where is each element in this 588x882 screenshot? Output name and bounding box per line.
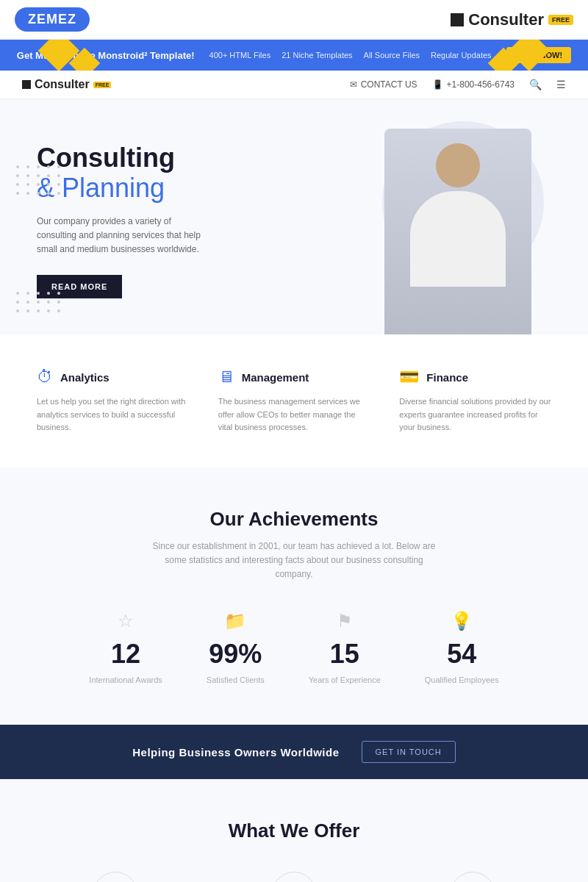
offer-market-analysis: ⚡ Market Analysis This service helps you…	[37, 872, 193, 882]
management-desc: The business management services we offe…	[218, 395, 370, 434]
finance-desc: Diverse financial solutions provided by …	[399, 395, 551, 434]
consultations-icon-circle: 💬	[451, 872, 495, 882]
stat4: Regular Updates	[431, 51, 492, 60]
person-body	[410, 191, 506, 287]
experience-number: 15	[309, 639, 381, 670]
top-bar: ZEMEZ Consulter FREE	[0, 0, 588, 40]
phone-number[interactable]: 📱 +1-800-456-6743	[432, 79, 514, 90]
dots-decoration-left-bottom	[16, 292, 62, 312]
search-icon[interactable]: 🔍	[529, 79, 542, 90]
stat-clients: 📁 99% Satisfied Clients	[207, 611, 265, 684]
achievements-section: Our Achievements Since our establishment…	[0, 467, 588, 725]
hero-title: Consulting & Planning	[37, 143, 298, 204]
flag-icon: ⚑	[309, 611, 381, 631]
free-badge-top: FREE	[548, 15, 573, 25]
consulter-logo-top: Consulter FREE	[451, 10, 573, 29]
stat2: 21 Niche Templates	[282, 51, 352, 60]
person-silhouette	[384, 129, 531, 334]
market-analysis-icon-circle: ⚡	[93, 872, 137, 882]
nav-right: ✉ CONTACT US 📱 +1-800-456-6743 🔍 ☰	[350, 79, 566, 90]
cta-text: Helping Business Owners Worldwide	[132, 746, 339, 759]
stats-row: ☆ 12 International Awards 📁 99% Satisfie…	[37, 611, 551, 684]
employees-number: 54	[425, 639, 499, 670]
nav-square-icon	[22, 80, 31, 89]
management-icon: 🖥	[218, 368, 234, 387]
experience-label: Years of Experience	[309, 675, 381, 684]
cta-banner: Helping Business Owners Worldwide GET IN…	[0, 725, 588, 779]
get-in-touch-button[interactable]: GET IN TOUCH	[362, 741, 456, 763]
contact-label: CONTACT US	[361, 79, 417, 90]
analytics-title: Analytics	[60, 371, 110, 384]
offers-row: ⚡ Market Analysis This service helps you…	[37, 872, 551, 882]
service-management: 🖥 Management The business management ser…	[218, 368, 370, 434]
consulter-top-label: Consulter	[468, 10, 544, 29]
clients-label: Satisfied Clients	[207, 675, 265, 684]
finance-title: Finance	[426, 371, 468, 384]
square-icon	[451, 13, 464, 26]
nav-logo-label: Consulter	[35, 78, 90, 91]
stat1: 400+ HTML Files	[209, 51, 271, 60]
service-analytics: ⏱ Analytics Let us help you set the righ…	[37, 368, 189, 434]
analytics-desc: Let us help you set the right direction …	[37, 395, 189, 434]
nav-logo: Consulter FREE	[22, 78, 111, 91]
achievements-subtitle: Since our establishment in 2001, our tea…	[147, 539, 441, 582]
employees-label: Qualified Employees	[425, 675, 499, 684]
offers-title: What We Offer	[37, 820, 551, 842]
management-title: Management	[242, 371, 309, 384]
hero-right	[327, 99, 588, 334]
service-finance: 💳 Finance Diverse financial solutions pr…	[399, 368, 551, 434]
stat-employees: 💡 54 Qualified Employees	[425, 611, 499, 684]
zemez-logo[interactable]: ZEMEZ	[15, 7, 90, 32]
services-section: ⏱ Analytics Let us help you set the righ…	[0, 334, 588, 467]
service-analytics-header: ⏱ Analytics	[37, 368, 189, 387]
contact-link[interactable]: ✉ CONTACT US	[350, 79, 417, 90]
service-finance-header: 💳 Finance	[399, 368, 551, 387]
awards-label: International Awards	[89, 675, 162, 684]
strategic-planning-icon-circle: 👁	[272, 872, 316, 882]
phone-icon: 📱	[432, 79, 443, 90]
what-we-offer-section: What We Offer ⚡ Market Analysis This ser…	[0, 779, 588, 882]
phone-text: +1-800-456-6743	[447, 79, 514, 90]
hamburger-icon[interactable]: ☰	[556, 79, 566, 90]
hero-section: Consulting & Planning Our company provid…	[0, 99, 588, 334]
stat3: All Source Files	[364, 51, 420, 60]
promo-stats: 400+ HTML Files 21 Niche Templates All S…	[209, 51, 492, 60]
offer-strategic-planning: 👁 Strategic Planning Strategic Planning …	[215, 872, 372, 882]
hero-description: Our company provides a variety of consul…	[37, 215, 213, 257]
bulb-icon: 💡	[425, 611, 499, 631]
nav-free-badge: FREE	[93, 82, 112, 88]
achievements-title: Our Achievements	[37, 508, 551, 531]
hero-person-image	[384, 129, 531, 334]
finance-icon: 💳	[399, 368, 419, 387]
envelope-icon: ✉	[350, 79, 357, 90]
stat-awards: ☆ 12 International Awards	[89, 611, 162, 684]
offer-consultations: 💬 Consultations We also provide free con…	[395, 872, 551, 882]
service-management-header: 🖥 Management	[218, 368, 370, 387]
nav-bar: Consulter FREE ✉ CONTACT US 📱 +1-800-456…	[0, 71, 588, 99]
analytics-icon: ⏱	[37, 368, 53, 387]
person-head	[436, 143, 480, 187]
dots-decoration-left-top	[16, 165, 62, 195]
star-icon: ☆	[89, 611, 162, 631]
stat-experience: ⚑ 15 Years of Experience	[309, 611, 381, 684]
awards-number: 12	[89, 639, 162, 670]
folder-icon: 📁	[207, 611, 265, 631]
promo-banner: Get Multipurpose Monstroid² Template! 40…	[0, 40, 588, 71]
clients-number: 99%	[207, 639, 265, 670]
